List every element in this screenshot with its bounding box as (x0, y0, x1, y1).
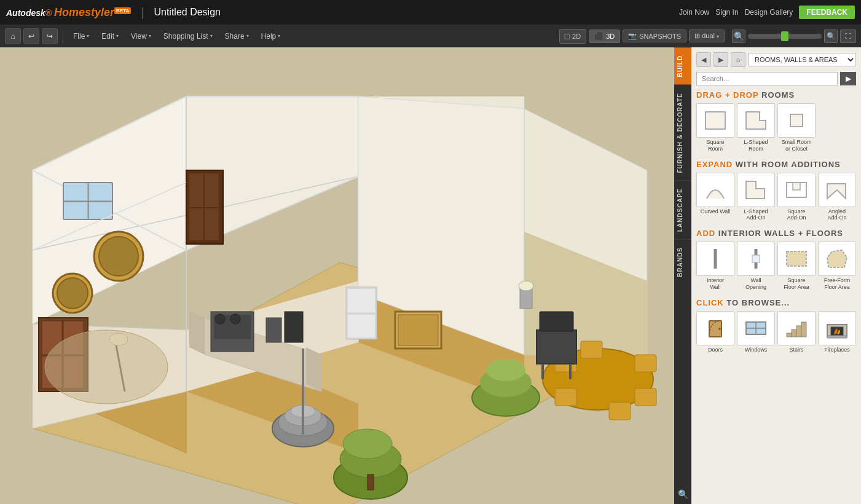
svg-rect-74 (205, 208, 219, 240)
interior-header: ADD INTERIOR WALLS + FLOORS (696, 229, 856, 238)
panel-search-input[interactable] (696, 72, 838, 85)
l-shaped-addon-label: L-ShapedAdd-On (737, 208, 775, 222)
small-room-thumb (777, 103, 816, 138)
design-title: Untitled Design (154, 7, 221, 18)
panel-back-button[interactable]: ◀ (696, 52, 711, 67)
angled-addon-item[interactable]: AngledAdd-On (818, 173, 856, 222)
zoom-slider[interactable] (748, 34, 822, 39)
l-shaped-addon-item[interactable]: L-ShapedAdd-On (737, 173, 775, 222)
wall-opening-thumb (737, 242, 775, 276)
freeform-floor-thumb (818, 242, 856, 276)
view-mode-group: □ 2D ⬛ 3D 📷 SNAPSHOTS ⊞ dual ▾ (559, 29, 725, 44)
square-room-label: SquareRoom (696, 139, 734, 152)
edit-menu[interactable]: Edit▾ (96, 30, 124, 42)
tab-build[interactable]: BUILD (674, 47, 691, 85)
fireplaces-label: Fireplaces (818, 347, 856, 353)
svg-rect-101 (827, 336, 847, 338)
svg-rect-60 (581, 341, 602, 358)
svg-rect-87 (752, 255, 760, 262)
vertical-tabs: BUILD FURNISH & DECORATE LANDSCAPE BRAND… (674, 47, 691, 504)
fireplaces-thumb (818, 311, 856, 345)
windows-label: Windows (737, 347, 775, 353)
dual-button[interactable]: ⊞ dual ▾ (689, 30, 725, 42)
doors-thumb (696, 311, 734, 345)
view-menu[interactable]: View▾ (126, 30, 156, 42)
right-panel: BUILD FURNISH & DECORATE LANDSCAPE BRAND… (674, 47, 861, 504)
view-2d-button[interactable]: □ 2D (559, 29, 587, 44)
square-room-thumb (696, 103, 734, 138)
square-addon-item[interactable]: SquareAdd-On (777, 173, 816, 222)
square-room-item[interactable]: SquareRoom (696, 103, 734, 152)
stairs-thumb (777, 311, 816, 345)
feedback-button[interactable]: FEEDBACK (799, 6, 855, 19)
small-room-item[interactable]: Small Roomor Closet (777, 103, 816, 152)
svg-rect-36 (347, 314, 375, 338)
curved-wall-item[interactable]: Curved Wall (696, 173, 734, 222)
svg-rect-61 (609, 403, 631, 420)
zoom-in-button[interactable]: 🔍 (824, 30, 838, 43)
svg-rect-72 (205, 173, 219, 207)
svg-rect-58 (555, 388, 576, 406)
home-button[interactable]: ⌂ (5, 28, 21, 44)
angled-addon-label: AngledAdd-On (818, 208, 856, 222)
svg-point-54 (486, 359, 525, 381)
logo-area: Autodesk® HomestylerBETA (6, 6, 131, 19)
undo-button[interactable]: ↩ (23, 28, 39, 44)
wall-opening-item[interactable]: WallOpening (737, 242, 775, 291)
svg-point-39 (215, 314, 225, 324)
doors-item[interactable]: Doors (696, 311, 734, 353)
interior-wall-item[interactable]: InteriorWall (696, 242, 734, 291)
svg-rect-88 (787, 251, 806, 266)
svg-marker-80 (746, 181, 765, 199)
drag-rooms-grid: SquareRoom L-ShapedRoom (696, 103, 856, 152)
windows-item[interactable]: Windows (737, 311, 775, 353)
canvas-area[interactable]: ◀ ▲ ▼ ▶ (0, 47, 674, 504)
fireplaces-item[interactable]: Fireplaces (818, 311, 856, 353)
freeform-floor-item[interactable]: Free-FormFloor Area (818, 242, 856, 291)
expand-header: EXPAND WITH ROOM ADDITIONS (696, 160, 856, 169)
svg-point-40 (230, 314, 240, 324)
svg-rect-63 (540, 312, 573, 331)
house-scene (0, 47, 674, 504)
l-shaped-room-label: L-ShapedRoom (737, 139, 775, 152)
stairs-label: Stairs (777, 347, 816, 353)
file-menu[interactable]: File▾ (68, 30, 94, 42)
svg-rect-41 (285, 312, 303, 342)
windows-thumb (737, 311, 775, 345)
tab-furnish[interactable]: FURNISH & DECORATE (674, 85, 691, 181)
logo-text: Autodesk® HomestylerBETA (6, 6, 131, 19)
panel-search-button[interactable]: ▶ (840, 72, 856, 85)
svg-rect-62 (537, 330, 576, 364)
l-shaped-room-item[interactable]: L-ShapedRoom (737, 103, 775, 152)
interior-grid: InteriorWall WallOpening (696, 242, 856, 291)
fullscreen-button[interactable]: ⛶ (840, 30, 856, 43)
search-tab[interactable]: 🔍 (675, 484, 691, 504)
design-gallery-link[interactable]: Design Gallery (745, 8, 793, 17)
share-menu[interactable]: Share▾ (220, 30, 254, 42)
help-menu[interactable]: Help▾ (256, 30, 286, 42)
svg-point-75 (45, 330, 168, 404)
panel-home-button[interactable]: ⌂ (731, 52, 745, 67)
view-3d-button[interactable]: ⬛ 3D (589, 30, 620, 43)
redo-button[interactable]: ↪ (42, 28, 58, 44)
svg-point-23 (57, 278, 88, 309)
svg-rect-82 (793, 183, 800, 190)
square-floor-thumb (777, 242, 816, 276)
tab-brands[interactable]: BRANDS (674, 239, 691, 285)
panel-content: ◀ ▶ ⌂ ROOMS, WALLS & AREAS All Rooms Flo… (691, 47, 861, 504)
show-select[interactable]: ROOMS, WALLS & AREAS All Rooms Floors On… (748, 53, 856, 66)
stairs-item[interactable]: Stairs (777, 311, 816, 353)
svg-rect-79 (790, 114, 803, 127)
svg-rect-67 (398, 315, 438, 345)
tab-landscape[interactable]: LANDSCAPE (674, 180, 691, 239)
zoom-out-button[interactable]: 🔍 (732, 30, 745, 43)
svg-point-91 (718, 328, 721, 330)
panel-nav: ◀ ▶ ⌂ ROOMS, WALLS & AREAS All Rooms Flo… (696, 52, 856, 67)
panel-forward-button[interactable]: ▶ (714, 52, 728, 67)
top-bar: Autodesk® HomestylerBETA | Untitled Desi… (0, 0, 861, 25)
join-now-link[interactable]: Join Now (679, 8, 709, 17)
sign-in-link[interactable]: Sign In (715, 8, 738, 17)
snapshots-button[interactable]: 📷 SNAPSHOTS (623, 30, 686, 42)
shopping-list-menu[interactable]: Shopping List▾ (159, 30, 218, 42)
square-floor-item[interactable]: SquareFloor Area (777, 242, 816, 291)
